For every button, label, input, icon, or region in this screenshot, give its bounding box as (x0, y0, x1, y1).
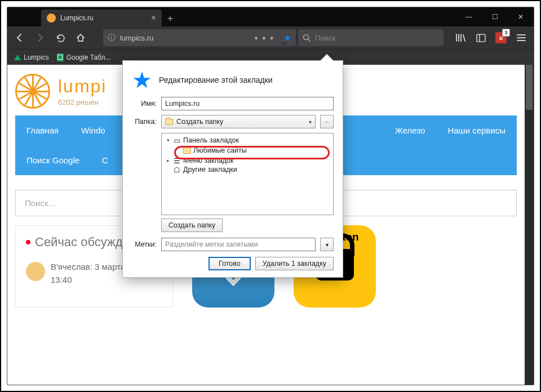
chevron-down-icon: ▾ (309, 119, 312, 125)
svg-rect-1 (477, 34, 485, 42)
nav-item[interactable]: Железо (384, 115, 436, 145)
vertical-scrollbar[interactable] (525, 65, 534, 385)
titlebar: Lumpics.ru × ＋ — ☐ ✕ (7, 7, 534, 26)
bookmark-tags-input[interactable]: Разделяйте метки запятыми (161, 238, 316, 251)
site-info-icon[interactable]: ⓘ (108, 33, 116, 43)
tree-item-toolbar[interactable]: ▾ ▭ Панель закладок (163, 136, 332, 145)
folder-icon (183, 148, 191, 154)
forward-button (31, 29, 49, 47)
tab-close-icon[interactable]: × (151, 13, 156, 23)
name-label: Имя: (132, 100, 157, 108)
window-minimize-button[interactable]: — (456, 7, 482, 26)
new-tab-button[interactable]: ＋ (162, 10, 179, 26)
nav-item[interactable]: С (91, 145, 119, 175)
svg-point-0 (304, 35, 309, 40)
tab-favicon (47, 14, 56, 23)
tree-item-favorite-sites[interactable]: Любимые сайты (163, 145, 332, 156)
bookmark-bar-item[interactable]: Lumpics (12, 52, 51, 63)
menu-icon[interactable] (512, 29, 530, 47)
extension-badge[interactable]: u3 (492, 29, 510, 47)
bookmark-name-input[interactable]: Lumpics.ru (161, 97, 334, 110)
done-button[interactable]: Готово (209, 257, 251, 270)
bookmark-bar-item[interactable]: Google Табл... (55, 52, 113, 63)
drive-icon (14, 55, 21, 60)
site-title: lumpi (58, 76, 107, 97)
nav-item[interactable]: Поиск Google (15, 145, 91, 175)
bookmarks-toolbar-icon: ▭ (173, 137, 181, 144)
popup-title: Редактирование этой закладки (159, 75, 273, 84)
window-controls: — ☐ ✕ (456, 7, 534, 26)
folder-tree[interactable]: ▾ ▭ Панель закладок Любимые сайты ▸ ☰ Ме… (161, 133, 334, 215)
window-close-button[interactable]: ✕ (508, 7, 534, 26)
tab-title: Lumpics.ru (60, 14, 94, 22)
delete-bookmark-button[interactable]: Удалить 1 закладку (255, 257, 334, 270)
site-tagline: 6202 решен (58, 98, 107, 106)
url-text: lumpics.ru (120, 34, 153, 42)
search-bar[interactable]: Поиск (298, 29, 444, 46)
nav-item[interactable]: Windo (70, 115, 117, 145)
folder-tree-toggle[interactable]: ︿ (320, 115, 334, 128)
sidebar-icon[interactable] (472, 29, 490, 47)
folder-label: Папка: (132, 118, 157, 126)
nav-item[interactable]: Главная (15, 115, 70, 145)
page-actions-icon[interactable]: ● ● ● (254, 34, 274, 41)
tags-dropdown-toggle[interactable]: ▾ (320, 238, 334, 251)
window-maximize-button[interactable]: ☐ (482, 7, 508, 26)
library-icon[interactable] (451, 29, 469, 47)
other-bookmarks-icon: ☖ (173, 166, 181, 173)
url-bar[interactable]: ⓘ lumpics.ru ● ● ● ★ (103, 29, 296, 46)
bookmark-folder-select[interactable]: Создать папку ▾ (161, 115, 316, 128)
sheets-icon (57, 54, 64, 61)
tags-label: Метки: (132, 240, 157, 248)
live-dot-icon (26, 240, 30, 244)
back-button[interactable] (11, 29, 29, 47)
nav-item[interactable]: Наши сервисы (436, 115, 517, 145)
folder-icon (165, 119, 173, 125)
site-logo (15, 74, 50, 109)
browser-tab[interactable]: Lumpics.ru × (41, 10, 162, 26)
home-button[interactable] (72, 29, 90, 47)
reload-button[interactable] (51, 29, 69, 47)
new-folder-button[interactable]: Создать папку (161, 219, 223, 232)
bookmarks-menu-icon: ☰ (173, 157, 181, 164)
bookmark-star-large-icon: ★ (132, 69, 152, 91)
search-placeholder: Поиск (315, 34, 335, 42)
nav-toolbar: ⓘ lumpics.ru ● ● ● ★ Поиск u3 (7, 26, 534, 49)
tree-item-other[interactable]: ☖ Другие закладки (163, 165, 332, 174)
tree-item-menu[interactable]: ▸ ☰ Меню закладок (163, 156, 332, 165)
search-icon (303, 34, 311, 42)
edit-bookmark-popup: ★ Редактирование этой закладки Имя: Lump… (122, 60, 343, 278)
avatar (26, 262, 45, 281)
